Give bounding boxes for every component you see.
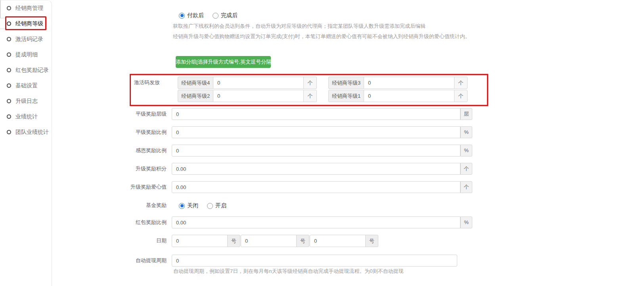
field-label: 红包奖励比例: [111, 216, 167, 228]
unit-ge-addon: 个: [303, 90, 317, 102]
field-label: 升级奖励积分: [111, 163, 167, 175]
radio-option-open[interactable]: 开启: [207, 202, 226, 209]
input-group-dealer-level-3: 经销商等级3 个: [328, 77, 468, 89]
field-label: 平级奖励比例: [111, 126, 167, 138]
unit-ge-addon: 个: [460, 181, 472, 193]
sidebar-item-activation-code-record[interactable]: 激活码记录: [0, 31, 52, 47]
radio-label: 完成后: [221, 12, 238, 19]
radio-circle-icon: [7, 6, 11, 10]
upgrade-reward-points-input[interactable]: [172, 163, 460, 175]
fund-reward-radio-group: 关闭 开启: [179, 202, 226, 209]
input-group-dealer-level-4: 经销商等级4 个: [178, 77, 317, 89]
sidebar-item-dealer-level[interactable]: 经销商等级: [0, 16, 52, 31]
radio-option-after-completion[interactable]: 完成后: [213, 12, 238, 19]
sidebar-item-label: 经销商管理: [15, 5, 43, 12]
sidebar-item-dealer-management[interactable]: 经销商管理: [0, 0, 52, 16]
radio-option-closed[interactable]: 关闭: [179, 202, 198, 209]
form-row-peer-reward-tier: 平级奖励层级 层: [52, 108, 644, 120]
field-label: 自动提现周期: [111, 255, 167, 267]
field-label-activation-codes: 激活码发放: [116, 77, 160, 89]
sidebar-item-label: 红包奖励记录: [15, 67, 49, 74]
unit-hao-addon: 号: [296, 235, 309, 247]
sidebar-item-redpacket-reward-record[interactable]: 红包奖励记录: [0, 62, 52, 78]
radio-unselected-icon[interactable]: [213, 13, 218, 19]
radio-circle-icon: [7, 21, 11, 26]
sidebar-item-label: 基础设置: [15, 82, 38, 89]
sidebar-item-performance-stats[interactable]: 业绩统计: [0, 109, 52, 124]
radio-selected-icon[interactable]: [179, 13, 185, 19]
sidebar-item-upgrade-log[interactable]: 升级日志: [0, 93, 52, 109]
unit-ge-addon: 个: [460, 163, 472, 175]
unit-ge-addon: 个: [454, 90, 468, 102]
field-label: 升级奖励爱心值: [111, 181, 167, 193]
sidebar-item-label: 团队业绩统计: [15, 129, 49, 136]
radio-option-after-payment[interactable]: 付款后: [179, 12, 204, 19]
help-text-upgrade-condition: 获取推广下线权利的会员达到条件，自动升级为对应等级的代理商；指定某团队等级人数升…: [173, 23, 426, 30]
unit-percent-addon: %: [460, 216, 472, 228]
help-text-auto-withdraw: 自动提现周期，例如设置7日，则在每月每n天该等级经销商自动完成手动提现流程。为0…: [173, 268, 404, 275]
unit-percent-addon: %: [460, 126, 472, 138]
input-group-dealer-level-1: 经销商等级1 个: [328, 90, 468, 102]
sidebar-nav: 经销商管理 经销商等级 激活码记录 提成明细 红包奖励记录 基础设置 升级日志: [0, 0, 52, 140]
help-text-love-value-note: 经销商升级与爱心值购物赠送均设置为订单完成(支付)时，本笔订单赠送的爱心值有可能…: [173, 33, 470, 40]
sidebar-item-commission-detail[interactable]: 提成明细: [0, 47, 52, 62]
input-prefix-label: 经销商等级1: [328, 90, 364, 102]
form-row-auto-withdraw-period: 自动提现周期: [52, 255, 644, 267]
unit-ge-addon: 个: [454, 77, 468, 89]
date-input-group-1: 号: [172, 235, 240, 247]
input-prefix-label: 经销商等级3: [328, 77, 364, 89]
date-input-group-3: 号: [310, 235, 378, 247]
form-row-gratitude-reward-ratio: 感恩奖励比例 %: [52, 145, 644, 157]
radio-circle-icon: [7, 52, 11, 57]
upgrade-timing-radio-group: 付款后 完成后: [179, 12, 238, 19]
radio-circle-icon: [7, 83, 11, 88]
date-day-3-input[interactable]: [310, 235, 366, 247]
sidebar-item-label: 业绩统计: [15, 113, 38, 120]
sidebar: 经销商管理 经销商等级 激活码记录 提成明细 红包奖励记录 基础设置 升级日志: [0, 0, 52, 286]
add-group-button[interactable]: 添加分组[选择升级方式编号,英文逗号分隔]: [176, 56, 271, 68]
radio-circle-icon: [7, 130, 11, 134]
field-label-fund-reward: 基金奖励: [111, 199, 167, 211]
form-row-redpacket-reward-ratio: 红包奖励比例 %: [52, 216, 644, 229]
sidebar-item-label: 激活码记录: [15, 36, 43, 43]
sidebar-item-label: 提成明细: [15, 51, 38, 58]
radio-circle-icon: [7, 37, 11, 41]
form-row-upgrade-reward-points: 升级奖励积分 个: [52, 163, 644, 175]
radio-label: 付款后: [187, 12, 204, 19]
radio-selected-icon[interactable]: [179, 203, 185, 209]
date-input-group-2: 号: [241, 235, 309, 247]
unit-hao-addon: 号: [365, 235, 378, 247]
main-content: 付款后 完成后 获取推广下线权利的会员达到条件，自动升级为对应等级的代理商；指定…: [52, 0, 644, 286]
date-day-2-input[interactable]: [241, 235, 297, 247]
radio-circle-icon: [7, 99, 11, 103]
dealer-level-4-input[interactable]: [213, 77, 304, 89]
upgrade-reward-love-value-input[interactable]: [172, 181, 460, 193]
input-prefix-label: 经销商等级4: [178, 77, 213, 89]
form-row-peer-reward-ratio: 平级奖励比例 %: [52, 126, 644, 139]
radio-unselected-icon[interactable]: [207, 203, 213, 209]
sidebar-item-team-performance-stats[interactable]: 团队业绩统计: [0, 124, 52, 140]
peer-reward-ratio-input[interactable]: [172, 126, 460, 138]
sidebar-item-label: 升级日志: [15, 98, 38, 105]
radio-circle-icon: [7, 114, 11, 119]
field-label: 感恩奖励比例: [111, 145, 167, 157]
radio-label: 开启: [215, 202, 226, 209]
dealer-level-3-input[interactable]: [364, 77, 454, 89]
radio-label: 关闭: [187, 202, 198, 209]
date-day-1-input[interactable]: [172, 235, 228, 247]
field-label-date: 日期: [111, 235, 167, 247]
peer-reward-tier-input[interactable]: [172, 108, 460, 120]
redpacket-reward-ratio-input[interactable]: [172, 216, 460, 228]
radio-circle-icon: [7, 68, 11, 72]
sidebar-item-basic-settings[interactable]: 基础设置: [0, 78, 52, 93]
sidebar-item-label: 经销商等级: [15, 20, 43, 27]
field-label: 平级奖励层级: [111, 108, 167, 120]
input-prefix-label: 经销商等级2: [178, 90, 213, 102]
unit-ge-addon: 个: [303, 77, 317, 89]
form-row-upgrade-reward-love-value: 升级奖励爱心值 个: [52, 181, 644, 193]
gratitude-reward-ratio-input[interactable]: [172, 145, 460, 157]
dealer-level-1-input[interactable]: [364, 90, 454, 102]
auto-withdraw-period-input[interactable]: [172, 255, 457, 267]
unit-hao-addon: 号: [227, 235, 240, 247]
dealer-level-2-input[interactable]: [213, 90, 304, 102]
